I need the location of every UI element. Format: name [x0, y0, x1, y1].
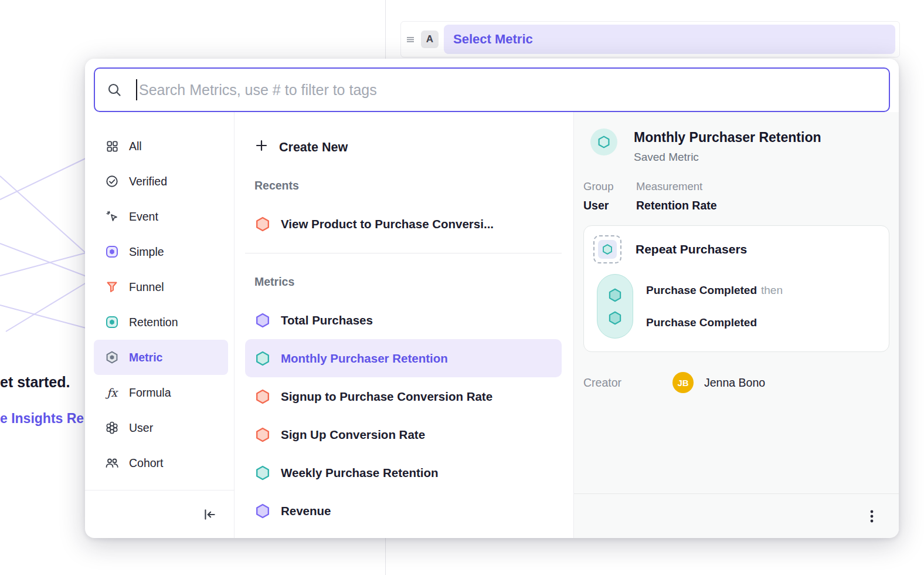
measurement-label: Measurement	[636, 180, 717, 193]
metrics-header: Metrics	[245, 275, 562, 289]
sidebar-item-verified[interactable]: Verified	[94, 164, 228, 199]
list-divider	[245, 253, 562, 253]
search-box[interactable]	[94, 67, 890, 112]
creator-name: Jenna Bono	[704, 376, 765, 390]
sidebar-footer	[85, 490, 234, 538]
step-1: Purchase Completedthen	[646, 284, 783, 297]
metric-list-item[interactable]: Weekly Purchase Retention	[245, 454, 562, 492]
metric-hexagon-icon-red	[254, 388, 271, 405]
select-metric-label: Select Metric	[453, 32, 533, 47]
simple-metric-icon	[104, 245, 120, 259]
metric-preview-panel: Monthly Purchaser Retention Saved Metric…	[573, 112, 899, 538]
behavior-card-header: Repeat Purchasers	[593, 235, 879, 263]
metric-list-item-selected[interactable]: Monthly Purchaser Retention	[245, 339, 562, 377]
select-metric-field[interactable]: Select Metric	[444, 25, 895, 54]
sidebar-item-label: Funnel	[129, 280, 164, 294]
sidebar-item-cohort[interactable]: Cohort	[94, 445, 228, 481]
behavior-hexagon-icon	[598, 240, 617, 259]
sidebar-item-label: Simple	[129, 245, 164, 259]
formula-fx-icon: ƒx	[104, 386, 120, 399]
behavior-title: Repeat Purchasers	[636, 242, 747, 256]
step-2: Purchase Completed	[646, 316, 783, 329]
sidebar-item-simple[interactable]: Simple	[94, 234, 228, 269]
metric-item-label: Total Purchases	[281, 313, 373, 327]
filter-sidebar: All Verified Event	[85, 112, 235, 538]
metric-hexagon-icon-purple	[254, 312, 271, 329]
preview-footer	[574, 493, 899, 538]
metric-hexagon-icon-red	[254, 216, 271, 232]
sidebar-item-retention[interactable]: Retention	[94, 305, 228, 340]
series-badge[interactable]: A	[421, 31, 439, 48]
collapse-sidebar-icon[interactable]	[202, 507, 218, 522]
metrics-list: Total Purchases Monthly Purchaser Retent…	[245, 301, 562, 530]
sidebar-item-label: Event	[129, 210, 158, 224]
retention-metric-icon	[590, 128, 617, 155]
page: et started. e Insights Re A Select Metri…	[0, 0, 924, 575]
metric-item-label: Sign Up Conversion Rate	[281, 428, 425, 442]
metric-hexagon-icon	[104, 350, 120, 364]
event-cursor-icon	[104, 209, 120, 224]
metric-item-label: Signup to Purchase Conversion Rate	[281, 390, 492, 404]
sidebar-item-user[interactable]: User	[94, 410, 228, 445]
metric-list-item[interactable]: Revenue	[245, 492, 562, 530]
metric-list-item[interactable]: Signup to Purchase Conversion Rate	[245, 377, 562, 415]
preview-header: Monthly Purchaser Retention Saved Metric	[590, 128, 889, 164]
plus-icon	[254, 138, 269, 156]
behavior-steps: Purchase Completedthen Purchase Complete…	[597, 274, 879, 339]
search-input[interactable]	[139, 82, 877, 99]
preview-subtitle: Saved Metric	[634, 151, 821, 164]
group-value: User	[583, 199, 636, 212]
preview-title: Monthly Purchaser Retention	[634, 130, 821, 146]
behavior-card: Repeat Purchasers Purchase Completedthen	[583, 225, 889, 352]
sidebar-item-metric[interactable]: Metric	[94, 340, 228, 375]
modal-content: All Verified Event	[85, 112, 899, 538]
metric-item-label: View Product to Purchase Conversi...	[281, 217, 494, 231]
sidebar-item-label: Cohort	[129, 456, 164, 470]
sidebar-item-label: User	[129, 421, 153, 435]
behavior-icon-frame	[593, 235, 621, 263]
metric-list-item[interactable]: Total Purchases	[245, 301, 562, 339]
group-label: Group	[583, 180, 636, 193]
sidebar-item-label: Formula	[129, 386, 171, 400]
metric-item-label: Revenue	[281, 504, 331, 518]
sidebar-item-funnel[interactable]: Funnel	[94, 269, 228, 305]
text-caret	[136, 79, 137, 100]
sidebar-item-event[interactable]: Event	[94, 199, 228, 234]
recent-metric-item[interactable]: View Product to Purchase Conversi...	[245, 205, 562, 243]
measurement-value: Retention Rate	[636, 199, 717, 212]
drag-handle-icon[interactable]	[405, 34, 416, 45]
funnel-icon	[104, 280, 120, 294]
creator-avatar: JB	[672, 372, 694, 393]
recents-header: Recents	[245, 179, 562, 192]
verified-badge-icon	[104, 174, 120, 188]
sidebar-item-label: Verified	[129, 175, 167, 188]
step-hexagon-icon	[607, 288, 623, 303]
create-new-button[interactable]: Create New	[245, 133, 562, 161]
sidebar-item-formula[interactable]: ƒx Formula	[94, 375, 228, 410]
grid-icon	[104, 140, 120, 153]
search-icon	[107, 82, 122, 97]
create-new-label: Create New	[279, 140, 348, 155]
metric-item-label: Weekly Purchase Retention	[281, 466, 439, 480]
cohort-people-icon	[104, 456, 120, 470]
sidebar-item-label: All	[129, 140, 142, 153]
metric-hexagon-icon-teal	[254, 350, 271, 367]
preview-meta: Group User Measurement Retention Rate	[583, 180, 889, 212]
metric-list-item[interactable]: Sign Up Conversion Rate	[245, 415, 562, 454]
metric-list-column: Create New Recents View Product to Purch…	[235, 112, 573, 538]
more-options-icon[interactable]	[865, 509, 879, 524]
step-sequence-pill	[597, 274, 633, 339]
user-flower-icon	[104, 421, 120, 435]
step-hexagon-icon	[607, 310, 623, 326]
insights-report-link[interactable]: e Insights Re	[0, 411, 84, 427]
metric-bar: A Select Metric	[400, 21, 900, 58]
retention-icon	[104, 315, 120, 329]
search-area	[85, 59, 899, 112]
sidebar-item-label: Metric	[129, 351, 162, 364]
get-started-text: et started.	[0, 374, 70, 391]
sidebar-item-label: Retention	[129, 316, 178, 329]
metric-hexagon-icon-purple	[254, 503, 271, 519]
creator-row: Creator JB Jenna Bono	[583, 372, 889, 393]
creator-label: Creator	[583, 376, 672, 390]
sidebar-item-all[interactable]: All	[94, 128, 228, 164]
